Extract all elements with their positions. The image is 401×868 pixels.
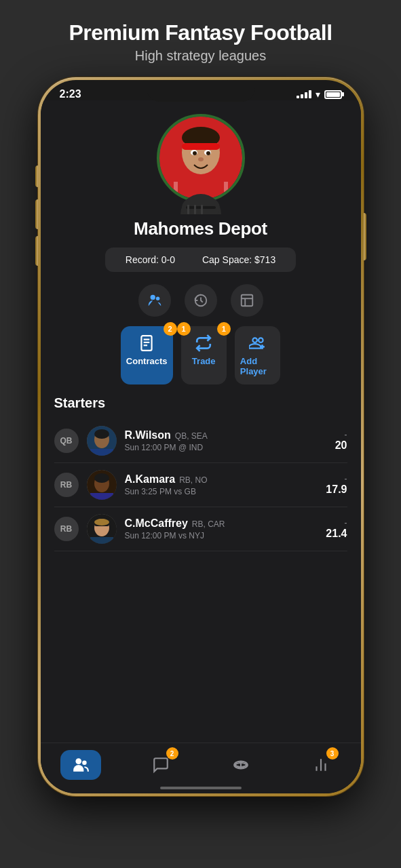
trade-button[interactable]: 1 1 Trade (181, 326, 227, 384)
player-pos-team-kamara: RB, NO (179, 475, 207, 485)
svg-point-7 (206, 151, 210, 155)
nav-item-chat[interactable]: 2 (140, 750, 181, 780)
player-info-mccaffrey: C.McCaffrey RB, CAR Sun 12:00 PM vs NYJ (125, 517, 318, 540)
player-avatar-kamara (87, 470, 117, 500)
players-tab[interactable] (138, 284, 171, 317)
player-avatar-wilson (87, 426, 117, 456)
player-name-mccaffrey: C.McCaffrey (125, 517, 188, 530)
player-score-mccaffrey: 21.4 (326, 528, 347, 540)
player-avatar-mccaffrey (87, 514, 117, 544)
chat-badge: 2 (166, 747, 178, 760)
player-info-kamara: A.Kamara RB, NO Sun 3:25 PM vs GB (125, 473, 318, 496)
contracts-button[interactable]: 2 Contracts (121, 326, 173, 384)
history-icon (193, 293, 208, 308)
player-row-rb-mccaffrey[interactable]: RB C.McCaffrey (54, 507, 347, 551)
svg-rect-10 (174, 182, 178, 199)
team-nav-icon (72, 756, 90, 774)
signal-icon (297, 90, 311, 98)
roster-icon (240, 293, 254, 308)
svg-rect-34 (90, 493, 113, 500)
mute-button (35, 165, 38, 187)
add-player-label: Add Player (240, 356, 275, 376)
status-time: 2:23 (60, 88, 81, 100)
player-info-wilson: R.Wilson QB, SEA Sun 12:00 PM @ IND (125, 429, 327, 452)
nav-item-team[interactable] (60, 750, 101, 780)
svg-rect-30 (90, 449, 113, 456)
position-badge-rb1: RB (54, 473, 79, 497)
nav-item-league[interactable] (221, 750, 261, 780)
svg-point-33 (94, 473, 109, 483)
player-score-wilson: 20 (335, 439, 347, 452)
svg-rect-14 (187, 205, 189, 214)
stats-badge: 3 (326, 747, 339, 760)
helmet-decoration (180, 194, 221, 214)
player-score-dash-kamara: - (326, 474, 347, 484)
chat-nav-icon (152, 756, 170, 774)
action-buttons: 2 Contracts 1 1 (107, 326, 294, 384)
stats-bar: Record: 0-0 Cap Space: $713 (105, 248, 296, 272)
trade-icon (195, 334, 212, 352)
svg-rect-15 (194, 205, 196, 214)
player-game-mccaffrey: Sun 12:00 PM vs NYJ (125, 531, 318, 540)
player-pos-team-wilson: QB, SEA (175, 431, 208, 441)
league-nav-icon (232, 756, 250, 774)
svg-point-8 (198, 157, 204, 161)
players-icon (147, 293, 162, 308)
volume-down-button (35, 236, 38, 266)
player-row-qb-wilson[interactable]: QB R.Wilson (54, 419, 347, 463)
player-avatar (157, 114, 245, 202)
page-subtitle: High strategy leagues (69, 48, 332, 64)
svg-point-38 (94, 519, 109, 526)
screen-content: Mahomes Depot Record: 0-0 Cap Space: $71… (41, 100, 361, 784)
player-game-wilson: Sun 12:00 PM @ IND (125, 443, 327, 452)
bottom-nav: 2 3 (41, 743, 361, 784)
svg-rect-39 (90, 537, 113, 544)
svg-point-41 (82, 761, 87, 766)
player-face-svg (160, 117, 242, 199)
position-badge-rb2: RB (54, 517, 79, 541)
player-pos-team-mccaffrey: RB, CAR (192, 519, 225, 529)
player-row-rb-kamara[interactable]: RB A.Kamara RB, NO (54, 463, 347, 507)
avatar-section: Mahomes Depot Record: 0-0 Cap Space: $71… (105, 100, 296, 384)
player-score-dash-wilson: - (335, 430, 347, 439)
player-score-dash-mccaffrey: - (326, 518, 347, 528)
svg-point-17 (150, 295, 155, 300)
phone-frame: 2:23 ▾ (38, 77, 364, 796)
svg-rect-20 (241, 295, 252, 307)
record-stat: Record: 0-0 (126, 254, 175, 265)
history-tab[interactable] (185, 284, 217, 317)
player-game-kamara: Sun 3:25 PM vs GB (125, 487, 318, 496)
add-player-button[interactable]: Add Player (235, 326, 280, 384)
contracts-label: Contracts (126, 356, 168, 366)
cap-space-stat: Cap Space: $713 (202, 254, 275, 265)
phone-screen: 2:23 ▾ (41, 80, 361, 793)
svg-rect-11 (224, 182, 228, 199)
player-score-kamara: 17.9 (326, 484, 347, 496)
player-name-wilson: R.Wilson (125, 429, 171, 441)
team-name: Mahomes Depot (134, 218, 267, 239)
contracts-icon (138, 334, 155, 352)
svg-point-29 (94, 429, 109, 439)
tab-icons (138, 284, 263, 317)
stats-nav-icon (312, 756, 330, 774)
starters-title: Starters (54, 395, 347, 411)
position-badge-qb: QB (54, 429, 79, 453)
trade-badge-left: 1 (177, 322, 191, 336)
status-icons: ▾ (297, 89, 342, 100)
roster-tab[interactable] (231, 284, 263, 317)
wifi-icon: ▾ (316, 89, 320, 100)
page-title: Premium Fantasy Football (69, 20, 332, 45)
svg-point-40 (75, 758, 81, 764)
battery-icon (324, 90, 342, 99)
svg-point-18 (155, 297, 159, 301)
trade-badge-right: 1 (217, 322, 231, 336)
svg-point-6 (193, 151, 197, 155)
starters-section: Starters QB (41, 395, 361, 551)
volume-up-button (35, 199, 38, 229)
add-player-icon (249, 334, 267, 352)
notch (147, 80, 255, 102)
page-header: Premium Fantasy Football High strategy l… (55, 0, 345, 77)
player-name-kamara: A.Kamara (125, 473, 176, 486)
svg-rect-16 (201, 205, 203, 214)
nav-item-stats[interactable]: 3 (301, 750, 341, 780)
